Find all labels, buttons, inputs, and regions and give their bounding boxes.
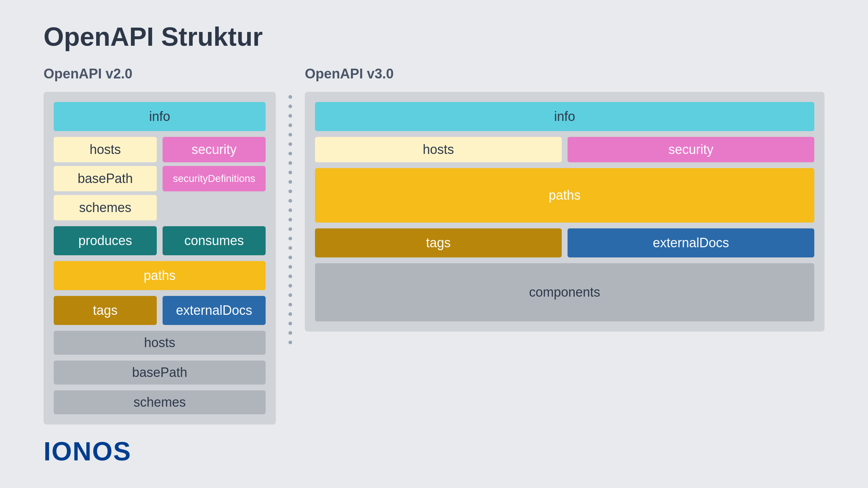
v2-hosts-block: hosts: [54, 137, 157, 162]
v2-row-2: produces consumes: [54, 226, 266, 255]
v2-hosts2-block: hosts: [54, 331, 266, 355]
v2-securitydefinitions-block: securityDefinitions: [163, 166, 266, 191]
v3-paths-block: paths: [315, 168, 814, 223]
page-title: OpenAPI Struktur: [44, 22, 824, 52]
v3-title: OpenAPI v3.0: [305, 66, 824, 82]
v2-consumes-block: consumes: [163, 226, 266, 255]
dot-26: [288, 331, 292, 335]
divider: [276, 66, 305, 373]
dot-16: [288, 237, 292, 240]
page: OpenAPI Struktur OpenAPI v2.0 info hosts: [0, 0, 868, 446]
dot-14: [288, 218, 292, 221]
v2-tags-block: tags: [54, 296, 157, 325]
dot-9: [288, 171, 292, 174]
v2-row-3: tags externalDocs: [54, 296, 266, 325]
dot-17: [288, 246, 292, 250]
dot-25: [288, 322, 292, 325]
v2-externaldocs-block: externalDocs: [163, 296, 266, 325]
dot-27: [288, 341, 292, 344]
v3-column: OpenAPI v3.0 info hosts security: [305, 66, 824, 332]
v2-left-col: hosts basePath schemes: [54, 137, 157, 220]
v2-row-1: hosts basePath schemes security: [54, 137, 266, 220]
v3-diagram: info hosts security paths: [305, 92, 824, 332]
dot-21: [288, 284, 292, 288]
v2-basepath2-block: basePath: [54, 361, 266, 385]
ionos-logo: IONOS: [44, 436, 131, 466]
v2-paths-block: paths: [54, 261, 266, 290]
content-area: OpenAPI v2.0 info hosts basePath: [44, 66, 824, 424]
dot-20: [288, 274, 292, 278]
v2-diagram: info hosts basePath schemes: [44, 92, 276, 424]
dot-11: [288, 190, 292, 193]
dot-15: [288, 227, 292, 231]
v3-components-block: components: [315, 263, 814, 321]
ionos-logo-text: IONOS: [44, 436, 131, 466]
v2-schemes2-block: schemes: [54, 390, 266, 414]
dot-12: [288, 199, 292, 203]
dot-22: [288, 293, 292, 297]
v3-security-block: security: [568, 137, 814, 162]
dot-24: [288, 312, 292, 316]
v2-security-block: security: [163, 137, 266, 162]
dot-3: [288, 114, 292, 118]
v3-row-2: tags externalDocs: [315, 228, 814, 257]
v3-externaldocs-block: externalDocs: [568, 228, 814, 257]
v2-schemes-block: schemes: [54, 195, 157, 220]
dot-10: [288, 180, 292, 184]
dot-4: [288, 123, 292, 127]
dot-19: [288, 265, 292, 269]
v3-info-block: info: [315, 102, 814, 131]
v2-security-stack: security securityDefinitions: [163, 137, 266, 220]
v3-row-1: hosts security: [315, 137, 814, 162]
dot-13: [288, 208, 292, 212]
dot-2: [288, 105, 292, 108]
v2-basepath-block: basePath: [54, 166, 157, 191]
v3-tags-block: tags: [315, 228, 562, 257]
dot-7: [288, 152, 292, 155]
dot-18: [288, 256, 292, 259]
dot-23: [288, 303, 292, 306]
dot-6: [288, 142, 292, 146]
dot-8: [288, 161, 292, 165]
v3-hosts-block: hosts: [315, 137, 562, 162]
dot-5: [288, 133, 292, 137]
v2-column: OpenAPI v2.0 info hosts basePath: [44, 66, 276, 424]
v2-title: OpenAPI v2.0: [44, 66, 276, 82]
v2-info-block: info: [54, 102, 266, 131]
dot-1: [288, 95, 292, 99]
v2-produces-block: produces: [54, 226, 157, 255]
